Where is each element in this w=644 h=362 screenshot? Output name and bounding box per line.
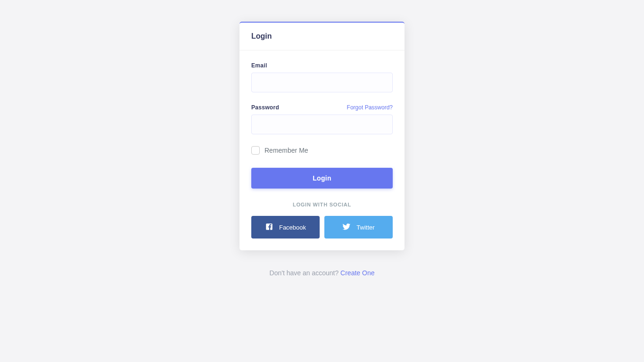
- login-card: Login Email Password Forgot Password? Re…: [239, 22, 405, 250]
- twitter-button[interactable]: Twitter: [324, 216, 393, 239]
- facebook-button[interactable]: Facebook: [251, 216, 320, 239]
- card-body: Email Password Forgot Password? Remember…: [239, 50, 405, 250]
- remember-label[interactable]: Remember Me: [264, 147, 308, 154]
- card-header: Login: [239, 23, 405, 50]
- password-label: Password: [251, 104, 279, 111]
- facebook-icon: [265, 222, 273, 232]
- email-group: Email: [251, 62, 393, 92]
- email-label: Email: [251, 62, 393, 69]
- social-section: Login With Social Facebook Twitter: [251, 202, 393, 239]
- login-button[interactable]: Login: [251, 168, 393, 189]
- footer-text: Don't have an account? Create One: [270, 269, 375, 277]
- remember-row: Remember Me: [251, 146, 393, 155]
- password-label-row: Password Forgot Password?: [251, 104, 393, 111]
- password-field[interactable]: [251, 115, 393, 134]
- create-account-link[interactable]: Create One: [340, 269, 374, 277]
- social-title: Login With Social: [251, 202, 393, 207]
- remember-checkbox[interactable]: [251, 146, 260, 155]
- email-field[interactable]: [251, 73, 393, 92]
- twitter-label: Twitter: [356, 224, 374, 231]
- page-title: Login: [251, 32, 393, 41]
- twitter-icon: [342, 222, 351, 232]
- facebook-label: Facebook: [279, 224, 306, 231]
- password-group: Password Forgot Password?: [251, 104, 393, 134]
- forgot-password-link[interactable]: Forgot Password?: [347, 104, 393, 111]
- footer-prompt: Don't have an account?: [270, 269, 341, 277]
- social-row: Facebook Twitter: [251, 216, 393, 239]
